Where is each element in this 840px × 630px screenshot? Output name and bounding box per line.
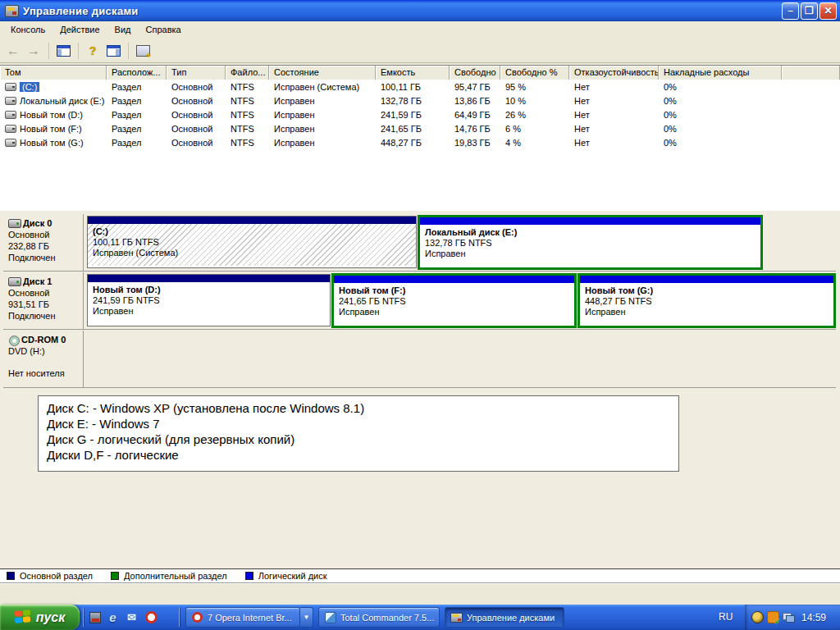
menu-console[interactable]: Консоль	[3, 22, 52, 37]
disk-name: Диск 0	[23, 217, 52, 229]
cdrom-label-panel[interactable]: CD-ROM 0 DVD (H:) Нет носителя	[3, 331, 84, 387]
quick-launch-mail-icon[interactable]: ✉	[125, 610, 139, 624]
quick-launch-ie-icon[interactable]: e	[106, 610, 120, 624]
partition-c[interactable]: (C:) 100,11 ГБ NTFS Исправен (Система)	[87, 216, 417, 268]
task-label: Управление дисками	[467, 613, 555, 623]
primary-partition-strip	[88, 275, 330, 282]
menu-action[interactable]: Действие	[52, 22, 107, 37]
volume-status: Исправен	[269, 96, 376, 106]
volume-free-pct: 95 %	[500, 82, 569, 92]
volume-icon	[5, 111, 16, 119]
disk-size: 232,88 ГБ	[8, 240, 81, 252]
partition-name: Новый том (D:)	[93, 285, 330, 295]
extended-partition-swatch	[111, 572, 119, 580]
action-pane-icon	[107, 45, 121, 57]
window-titlebar[interactable]: Управление дисками – ❐ ✕	[0, 0, 840, 21]
opera-task-dropdown[interactable]: ▼	[300, 607, 313, 628]
legend-label: Дополнительный раздел	[124, 571, 227, 581]
column-fault-tolerance[interactable]: Отказоустойчивость	[569, 66, 659, 80]
table-row-f[interactable]: Новый том (F:) Раздел Основной NTFS Испр…	[0, 121, 840, 135]
properties-button[interactable]	[133, 41, 153, 61]
disk-type: Основной	[8, 229, 81, 240]
close-button[interactable]: ✕	[819, 2, 837, 20]
cdrom-drive: DVD (H:)	[8, 345, 81, 357]
disk0-label-panel[interactable]: Диск 0 Основной 232,88 ГБ Подключен	[3, 214, 84, 271]
task-label: Total Commander 7.5...	[340, 613, 434, 623]
tray-update-status-icon[interactable]	[767, 611, 779, 623]
partition-name: Локальный диск (E:)	[425, 227, 760, 238]
volume-capacity: 448,27 ГБ	[376, 138, 450, 148]
start-button[interactable]: пуск	[0, 605, 80, 630]
language-indicator[interactable]: RU	[719, 611, 733, 623]
forward-button[interactable]: →	[24, 41, 43, 61]
cd-rom-icon	[8, 335, 20, 345]
volume-overhead: 0%	[659, 96, 782, 106]
volume-free: 64,49 ГБ	[450, 110, 500, 120]
quick-launch-floppy-icon[interactable]	[88, 610, 102, 624]
show-action-pane-button[interactable]	[103, 41, 123, 61]
disk-name: Диск 1	[23, 276, 52, 287]
back-button[interactable]: ←	[3, 41, 23, 61]
volume-icon	[5, 125, 16, 133]
menu-help[interactable]: Справка	[139, 22, 189, 37]
help-icon: ?	[89, 44, 97, 57]
volume-name: Новый том (D:)	[20, 110, 83, 120]
volume-status: Исправен	[269, 110, 376, 120]
tray-network-icon[interactable]	[783, 611, 795, 623]
task-opera[interactable]: 7 Opera Internet Br...	[185, 607, 300, 628]
volume-type: Основной	[167, 124, 226, 134]
table-row-g[interactable]: Новый том (G:) Раздел Основной NTFS Испр…	[0, 135, 840, 149]
table-row-e[interactable]: Локальный диск (E:) Раздел Основной NTFS…	[0, 94, 840, 107]
volume-free-pct: 4 %	[500, 138, 569, 148]
volume-capacity: 241,59 ГБ	[376, 110, 450, 120]
partition-e[interactable]: Локальный диск (E:) 132,78 ГБ NTFS Испра…	[418, 215, 763, 270]
legend-bar: Основной раздел Дополнительный раздел Ло…	[0, 568, 840, 583]
volume-free-pct: 10 %	[500, 96, 569, 106]
column-free-pct[interactable]: Свободно %	[500, 66, 569, 80]
column-status[interactable]: Состояние	[269, 66, 376, 80]
tray-antivirus-icon[interactable]	[751, 611, 764, 623]
minimize-button[interactable]: –	[782, 2, 799, 20]
volume-status: Исправен (Система)	[269, 82, 376, 92]
cdrom-row: CD-ROM 0 DVD (H:) Нет носителя	[3, 331, 836, 388]
task-total-commander[interactable]: Total Commander 7.5...	[318, 607, 440, 628]
volume-location: Раздел	[107, 96, 167, 106]
taskbar: пуск e ✉ 7 Opera Internet Br... ▼ Total …	[0, 605, 840, 630]
column-location[interactable]: Располож...	[107, 66, 167, 80]
volume-list: Том Располож... Тип Файло... Состояние Е…	[0, 65, 840, 211]
disk1-label-panel[interactable]: Диск 1 Основной 931,51 ГБ Подключен	[3, 272, 84, 329]
show-console-tree-button[interactable]	[53, 41, 73, 61]
volume-location: Раздел	[107, 110, 167, 120]
partition-name: Новый том (G:)	[585, 285, 833, 296]
column-free[interactable]: Свободно	[450, 66, 500, 80]
annotation-line: Диск G - логический (для резервных копий…	[47, 431, 670, 447]
quick-launch-opera-icon[interactable]	[144, 610, 158, 624]
partition-g[interactable]: Новый том (G:) 448,27 ГБ NTFS Исправен	[578, 273, 836, 328]
column-filler	[782, 66, 840, 80]
table-row-d[interactable]: Новый том (D:) Раздел Основной NTFS Испр…	[0, 107, 840, 121]
column-filesystem[interactable]: Файло...	[226, 66, 269, 80]
menu-view[interactable]: Вид	[107, 22, 139, 37]
column-volume[interactable]: Том	[0, 66, 107, 80]
volume-overhead: 0%	[659, 82, 782, 92]
partition-size: 448,27 ГБ NTFS	[585, 296, 833, 307]
volume-name: (C:)	[20, 82, 39, 92]
toolbar: ← → ?	[0, 39, 840, 63]
disk1-row: Диск 1 Основной 931,51 ГБ Подключен Новы…	[3, 272, 836, 330]
volume-capacity: 241,65 ГБ	[376, 124, 450, 134]
volume-fs: NTFS	[226, 82, 269, 92]
partition-status: Исправен	[585, 307, 833, 317]
column-capacity[interactable]: Емкость	[376, 66, 450, 80]
volume-name: Новый том (G:)	[20, 138, 84, 148]
restore-button[interactable]: ❐	[801, 2, 818, 20]
task-disk-management[interactable]: Управление дисками	[445, 607, 564, 628]
column-overhead[interactable]: Накладные расходы	[659, 66, 782, 80]
column-type[interactable]: Тип	[167, 66, 226, 80]
help-button[interactable]: ?	[83, 41, 103, 61]
volume-free-pct: 6 %	[500, 124, 569, 134]
taskbar-clock[interactable]: 14:59	[801, 612, 826, 623]
disk0-row: Диск 0 Основной 232,88 ГБ Подключен (C:)…	[3, 214, 836, 272]
table-row-c[interactable]: (C:) Раздел Основной NTFS Исправен (Сист…	[0, 80, 840, 94]
partition-f[interactable]: Новый том (F:) 241,65 ГБ NTFS Исправен	[331, 273, 577, 328]
partition-d[interactable]: Новый том (D:) 241,59 ГБ NTFS Исправен	[87, 274, 331, 326]
